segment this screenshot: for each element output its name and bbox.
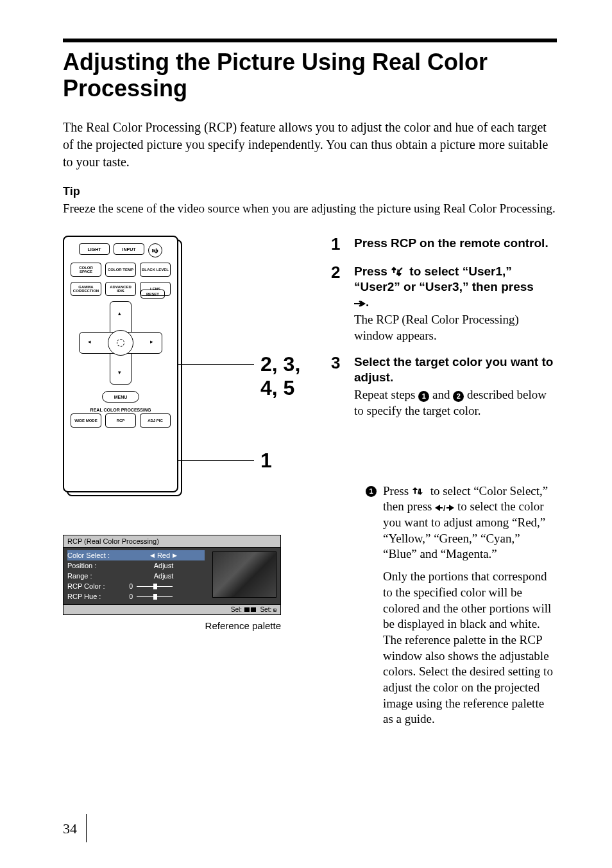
intro-paragraph: The Real Color Processing (RCP) feature … bbox=[63, 119, 557, 171]
substep-1: 1 Press / to select “Color Select,” then… bbox=[331, 483, 557, 727]
remote-widemode-button: WIDE MODE bbox=[71, 413, 101, 428]
circled-2-icon: 2 bbox=[453, 391, 464, 402]
tip-label: Tip bbox=[63, 185, 557, 198]
rcp-row-color: RCP Color : 0 bbox=[67, 581, 205, 591]
rcp-row-colorselect: Color Select : ◀Red▶ bbox=[67, 550, 205, 560]
right-arrow-icon bbox=[354, 300, 366, 308]
remote-adviris-button: ADVANCED IRIS bbox=[105, 282, 136, 296]
step-3: 3 Select the target color you want to ad… bbox=[331, 354, 557, 419]
page-number: 34 bbox=[63, 820, 77, 837]
rcp-caption: Reference palette bbox=[63, 620, 281, 631]
remote-illustration: LIGHT INPUT I/⏻ COLOR SPACE COLOR TEMP B… bbox=[63, 236, 313, 505]
step-3-heading: Select the target color you want to adju… bbox=[354, 354, 557, 385]
rcp-window-title: RCP (Real Color Processing) bbox=[64, 535, 280, 548]
rcp-row-range: Range : Adjust bbox=[67, 571, 205, 581]
remote-reset-button: RESET bbox=[140, 290, 165, 299]
step-2-heading: Press / to select “User1,” “User2” or “U… bbox=[354, 264, 557, 309]
page-title: Adjusting the Picture Using Real Color P… bbox=[63, 49, 557, 102]
remote-light-button: LIGHT bbox=[79, 243, 110, 255]
substep-1-text-b: Only the portions that correspond to the… bbox=[383, 569, 557, 727]
circled-1-icon: 1 bbox=[418, 391, 429, 402]
page-number-rule bbox=[86, 814, 87, 842]
remote-blacklevel-button: BLACK LEVEL bbox=[140, 263, 171, 277]
remote-rcp-section-label: REAL COLOR PROCESSING bbox=[69, 408, 172, 412]
rcp-row-position: Position : Adjust bbox=[67, 560, 205, 571]
up-down-arrow-icon: / bbox=[391, 266, 406, 277]
remote-colortemp-button: COLOR TEMP bbox=[105, 263, 136, 277]
rcp-row-hue: RCP Hue : 0 bbox=[67, 591, 205, 602]
remote-input-button: INPUT bbox=[114, 243, 144, 255]
step-2-body: The RCP (Real Color Processing) window a… bbox=[354, 312, 557, 343]
callout-steps-label: 2, 3, 4, 5 bbox=[260, 352, 313, 400]
remote-rcp-button: RCP bbox=[105, 413, 136, 428]
step-3-body: Repeat steps 1 and 2 described below to … bbox=[354, 387, 557, 419]
remote-dpad: RESET ▴ ▾ ◂ ▸ bbox=[79, 301, 162, 385]
step-1: 1 Press RCP on the remote control. bbox=[331, 236, 557, 254]
step-3-number: 3 bbox=[331, 354, 346, 419]
step-1-number: 1 bbox=[331, 236, 346, 254]
top-rule bbox=[63, 39, 557, 42]
rcp-footer: Sel: ⯀⯀ Set: ⊞ bbox=[64, 604, 280, 614]
callout-rcp-label: 1 bbox=[260, 449, 272, 473]
remote-adjpic-button: ADJ PIC bbox=[140, 413, 171, 428]
substep-1-marker: 1 bbox=[366, 486, 377, 497]
rcp-window-illustration: RCP (Real Color Processing) Color Select… bbox=[63, 535, 313, 631]
rcp-preview-thumbnail bbox=[212, 551, 276, 598]
remote-colorspace-button: COLOR SPACE bbox=[71, 263, 101, 277]
substep-1-text-a: Press / to select “Color Select,” then p… bbox=[383, 483, 557, 562]
step-2-number: 2 bbox=[331, 264, 346, 344]
remote-menu-button: MENU bbox=[102, 391, 139, 403]
svg-text:/: / bbox=[443, 504, 446, 512]
tip-body: Freeze the scene of the video source whe… bbox=[63, 201, 557, 217]
step-2: 2 Press / to select “User1,” “User2” or … bbox=[331, 264, 557, 344]
left-right-arrow-icon: / bbox=[435, 504, 454, 512]
up-down-arrow-icon: / bbox=[412, 486, 427, 496]
remote-power-button: I/⏻ bbox=[148, 243, 162, 257]
remote-gamma-button: GAMMA CORRECTION bbox=[71, 282, 101, 296]
step-1-heading: Press RCP on the remote control. bbox=[354, 236, 557, 251]
